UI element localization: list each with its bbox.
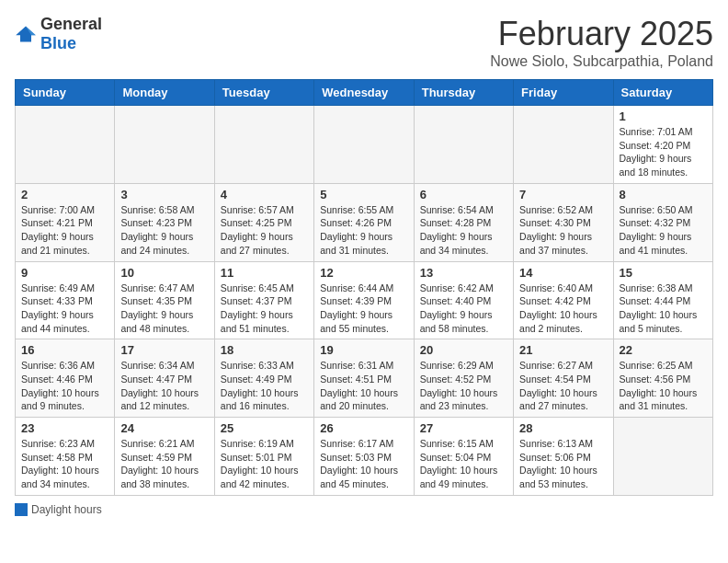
calendar-day-cell [613,418,712,496]
calendar-week-row: 16Sunrise: 6:36 AM Sunset: 4:46 PM Dayli… [16,339,713,418]
calendar-day-cell: 8Sunrise: 6:50 AM Sunset: 4:32 PM Daylig… [613,183,712,261]
day-info: Sunrise: 6:25 AM Sunset: 4:56 PM Dayligh… [620,359,707,413]
day-info: Sunrise: 6:50 AM Sunset: 4:32 PM Dayligh… [620,203,707,258]
calendar-day-cell: 4Sunrise: 6:57 AM Sunset: 4:25 PM Daylig… [214,183,313,261]
logo-blue: Blue [40,34,76,52]
calendar-day-cell: 6Sunrise: 6:54 AM Sunset: 4:28 PM Daylig… [414,183,513,261]
calendar-day-cell: 10Sunrise: 6:47 AM Sunset: 4:35 PM Dayli… [115,261,214,339]
day-number: 24 [120,421,208,435]
day-info: Sunrise: 7:01 AM Sunset: 4:20 PM Dayligh… [620,125,707,179]
calendar-day-cell: 3Sunrise: 6:58 AM Sunset: 4:23 PM Daylig… [115,183,214,261]
calendar-week-row: 23Sunrise: 6:23 AM Sunset: 4:58 PM Dayli… [16,418,713,496]
day-info: Sunrise: 6:29 AM Sunset: 4:52 PM Dayligh… [420,359,507,413]
logo-text: General Blue [40,15,102,53]
day-info: Sunrise: 6:15 AM Sunset: 5:04 PM Dayligh… [420,437,507,491]
day-info: Sunrise: 6:34 AM Sunset: 4:47 PM Dayligh… [120,359,208,413]
calendar-day-cell: 26Sunrise: 6:17 AM Sunset: 5:03 PM Dayli… [314,418,414,496]
title-section: February 2025 Nowe Siolo, Subcarpathia, … [490,15,713,70]
calendar-day-cell [16,106,115,184]
calendar-day-cell: 27Sunrise: 6:15 AM Sunset: 5:04 PM Dayli… [414,418,513,496]
calendar-day-cell: 13Sunrise: 6:42 AM Sunset: 4:40 PM Dayli… [414,261,513,339]
calendar-day-cell: 5Sunrise: 6:55 AM Sunset: 4:26 PM Daylig… [314,183,414,261]
day-number: 15 [620,266,707,280]
logo-icon [15,25,37,43]
calendar-day-cell: 25Sunrise: 6:19 AM Sunset: 5:01 PM Dayli… [214,418,313,496]
calendar-day-cell: 11Sunrise: 6:45 AM Sunset: 4:37 PM Dayli… [214,261,313,339]
calendar-day-cell: 22Sunrise: 6:25 AM Sunset: 4:56 PM Dayli… [613,339,712,418]
day-number: 7 [519,188,607,201]
weekday-header: Friday [514,80,613,106]
weekday-header: Wednesday [314,80,414,106]
day-info: Sunrise: 6:58 AM Sunset: 4:23 PM Dayligh… [120,203,208,258]
day-info: Sunrise: 6:36 AM Sunset: 4:46 PM Dayligh… [21,359,108,413]
weekday-header: Tuesday [214,80,313,106]
day-info: Sunrise: 6:42 AM Sunset: 4:40 PM Dayligh… [420,282,507,336]
day-info: Sunrise: 6:33 AM Sunset: 4:49 PM Dayligh… [221,359,308,413]
day-number: 13 [420,266,507,280]
calendar-header-row: SundayMondayTuesdayWednesdayThursdayFrid… [16,80,713,106]
day-number: 9 [21,266,108,280]
day-number: 5 [320,188,407,201]
calendar-day-cell: 2Sunrise: 7:00 AM Sunset: 4:21 PM Daylig… [16,183,115,261]
calendar-day-cell: 1Sunrise: 7:01 AM Sunset: 4:20 PM Daylig… [613,106,712,184]
day-info: Sunrise: 6:40 AM Sunset: 4:42 PM Dayligh… [519,282,607,336]
calendar-day-cell: 19Sunrise: 6:31 AM Sunset: 4:51 PM Dayli… [314,339,414,418]
day-info: Sunrise: 6:23 AM Sunset: 4:58 PM Dayligh… [21,437,108,491]
calendar-day-cell: 16Sunrise: 6:36 AM Sunset: 4:46 PM Dayli… [16,339,115,418]
day-number: 21 [519,343,607,357]
day-info: Sunrise: 7:00 AM Sunset: 4:21 PM Dayligh… [21,203,108,258]
calendar-day-cell [214,106,313,184]
day-info: Sunrise: 6:27 AM Sunset: 4:54 PM Dayligh… [519,359,607,413]
day-number: 20 [420,343,507,357]
weekday-header: Monday [115,80,214,106]
logo-general: General [40,15,102,33]
calendar-day-cell: 20Sunrise: 6:29 AM Sunset: 4:52 PM Dayli… [414,339,513,418]
day-info: Sunrise: 6:49 AM Sunset: 4:33 PM Dayligh… [21,282,108,336]
calendar-week-row: 1Sunrise: 7:01 AM Sunset: 4:20 PM Daylig… [16,106,713,184]
day-number: 22 [620,343,707,357]
page-header: General Blue February 2025 Nowe Siolo, S… [15,15,713,70]
calendar-week-row: 2Sunrise: 7:00 AM Sunset: 4:21 PM Daylig… [16,183,713,261]
calendar-day-cell: 7Sunrise: 6:52 AM Sunset: 4:30 PM Daylig… [514,183,613,261]
legend: Daylight hours [15,503,713,519]
calendar-day-cell: 24Sunrise: 6:21 AM Sunset: 4:59 PM Dayli… [115,418,214,496]
logo: General Blue [15,15,102,53]
calendar-day-cell: 23Sunrise: 6:23 AM Sunset: 4:58 PM Dayli… [16,418,115,496]
day-number: 26 [320,421,407,435]
day-info: Sunrise: 6:17 AM Sunset: 5:03 PM Dayligh… [320,437,407,491]
calendar-day-cell [314,106,414,184]
day-number: 2 [21,188,108,201]
day-number: 10 [120,266,208,280]
calendar-table: SundayMondayTuesdayWednesdayThursdayFrid… [15,79,713,496]
day-info: Sunrise: 6:47 AM Sunset: 4:35 PM Dayligh… [120,282,208,336]
day-info: Sunrise: 6:44 AM Sunset: 4:39 PM Dayligh… [320,282,407,336]
daylight-label: Daylight hours [31,503,102,516]
day-number: 6 [420,188,507,201]
legend-box [15,503,28,516]
calendar-day-cell: 17Sunrise: 6:34 AM Sunset: 4:47 PM Dayli… [115,339,214,418]
calendar-day-cell [414,106,513,184]
calendar-day-cell: 15Sunrise: 6:38 AM Sunset: 4:44 PM Dayli… [613,261,712,339]
day-number: 16 [21,343,108,357]
weekday-header: Sunday [16,80,115,106]
day-info: Sunrise: 6:52 AM Sunset: 4:30 PM Dayligh… [519,203,607,258]
day-info: Sunrise: 6:19 AM Sunset: 5:01 PM Dayligh… [221,437,308,491]
day-number: 1 [620,109,707,123]
calendar-day-cell: 18Sunrise: 6:33 AM Sunset: 4:49 PM Dayli… [214,339,313,418]
day-number: 25 [221,421,308,435]
calendar-day-cell [115,106,214,184]
day-number: 27 [420,421,507,435]
day-info: Sunrise: 6:57 AM Sunset: 4:25 PM Dayligh… [221,203,308,258]
day-info: Sunrise: 6:54 AM Sunset: 4:28 PM Dayligh… [420,203,507,258]
day-number: 28 [519,421,607,435]
day-number: 17 [120,343,208,357]
day-number: 4 [221,188,308,201]
legend-item: Daylight hours [15,503,102,516]
day-info: Sunrise: 6:31 AM Sunset: 4:51 PM Dayligh… [320,359,407,413]
day-number: 3 [120,188,208,201]
day-info: Sunrise: 6:13 AM Sunset: 5:06 PM Dayligh… [519,437,607,491]
day-number: 19 [320,343,407,357]
day-number: 14 [519,266,607,280]
day-info: Sunrise: 6:21 AM Sunset: 4:59 PM Dayligh… [120,437,208,491]
location-title: Nowe Siolo, Subcarpathia, Poland [490,53,713,70]
